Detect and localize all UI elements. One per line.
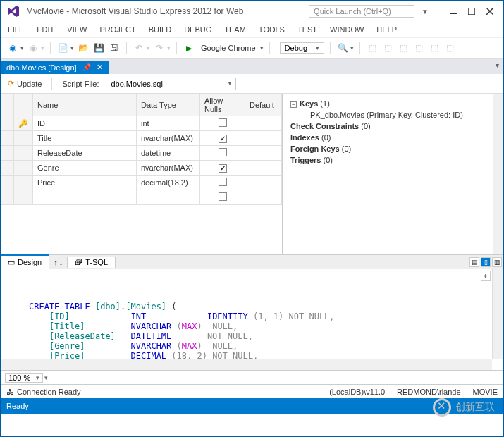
menu-test[interactable]: TEST [297,25,317,34]
cell-datatype[interactable]: datetime [137,146,200,161]
split-swap-icon[interactable]: ▥ [492,257,502,267]
tb-ghost-5: ⬚ [428,42,441,54]
grid-new-row[interactable] [1,190,282,205]
maximize-button[interactable] [464,5,479,18]
connection-status: Connection Ready [17,388,81,396]
server-cell: (LocalDB)\v11.0 [324,385,391,398]
sql-editor[interactable]: ↕ CREATE TABLE [dbo].[Movies] ( [ID] INT… [1,269,503,370]
cell-name[interactable] [33,190,137,205]
collapse-icon[interactable]: − [290,101,297,108]
split-horizontal-icon[interactable]: ▤ [469,257,479,267]
cell-name[interactable]: ReleaseDate [33,146,137,161]
tab-design[interactable]: ▭Design [1,254,49,269]
grid-row[interactable]: Price decimal(18,2) [1,176,282,190]
prop-scrollbar[interactable] [493,94,503,254]
titlebar-chevron-down-icon[interactable]: ▼ [422,8,429,16]
cell-default[interactable] [245,161,282,176]
tab-split-arrows[interactable]: ↑↓ [49,257,68,268]
sql-vscrollbar[interactable] [492,269,503,359]
tab-tsql[interactable]: 🗊T-SQL [68,257,116,268]
menu-view[interactable]: VIEW [67,25,87,34]
grid-row[interactable]: ReleaseDate datetime [1,146,282,161]
update-button[interactable]: ⟳ Update [8,79,42,88]
nulls-checkbox[interactable] [219,192,227,201]
col-default-header[interactable]: Default [245,94,282,116]
cell-name[interactable]: Price [33,176,137,190]
browser-drop[interactable]: ▾ [260,44,264,51]
sql-hscrollbar[interactable] [1,359,492,370]
new-file-icon[interactable]: 📄 [56,42,69,54]
find-drop[interactable]: ▾ [350,44,354,51]
prop-pk-entry[interactable]: PK_dbo.Movies (Primary Key, Clustered: I… [310,109,496,121]
menu-project[interactable]: PROJECT [99,25,135,34]
menu-tools[interactable]: TOOLS [259,25,285,34]
menu-help[interactable]: HELP [376,25,397,34]
sql-collapse-icon[interactable]: ↕ [481,271,491,281]
cell-datatype[interactable] [137,190,200,205]
close-tab-icon[interactable]: ✕ [97,63,103,72]
nav-back-drop[interactable]: ▾ [20,44,24,51]
col-datatype-header[interactable]: Data Type [137,94,200,116]
pin-icon[interactable]: 📌 [82,63,91,71]
nulls-checkbox[interactable] [219,178,227,186]
script-file-dropdown-icon[interactable]: ▾ [228,80,231,87]
cell-default[interactable] [245,190,282,205]
cell-datatype[interactable]: nvarchar(MAX) [137,131,200,146]
cell-datatype[interactable]: int [137,116,200,131]
config-selector[interactable]: Debug▾ [280,42,324,54]
ide-status-text: Ready [6,402,29,410]
cell-default[interactable] [245,116,282,131]
grid-row[interactable]: Genre nvarchar(MAX) ✔ [1,161,282,176]
zoom-overflow-icon[interactable]: ▾ [44,374,48,381]
menu-team[interactable]: TEAM [224,25,246,34]
save-icon[interactable]: 💾 [92,42,105,54]
script-file-field[interactable]: dbo.Movies.sql ▾ [106,78,236,90]
doc-tabs-overflow-icon[interactable]: ▾ [496,61,499,69]
zoom-selector[interactable]: 100 %▾ [5,373,43,383]
nulls-checkbox[interactable] [219,148,227,156]
cell-name[interactable]: Title [33,131,137,146]
grid-row[interactable]: 🔑 ID int [1,116,282,131]
cell-datatype[interactable]: nvarchar(MAX) [137,161,200,176]
minimize-button[interactable] [445,5,461,18]
cell-default[interactable] [245,176,282,190]
menu-debug[interactable]: DEBUG [184,25,211,34]
grid-header-row: Name Data Type Allow Nulls Default [1,94,282,116]
find-icon[interactable]: 🔍 [336,42,349,54]
cell-default[interactable] [245,131,282,146]
doc-tab-movies-design[interactable]: dbo.Movies [Design] 📌 ✕ [1,61,109,74]
prop-checks[interactable]: Check Constraints (0) [290,121,496,132]
open-icon[interactable]: 📂 [77,42,90,54]
prop-fks[interactable]: Foreign Keys (0) [290,143,496,154]
svg-rect-1 [468,8,475,15]
nulls-checkbox[interactable]: ✔ [219,164,227,173]
cell-default[interactable] [245,146,282,161]
grid-row[interactable]: Title nvarchar(MAX) ✔ [1,131,282,146]
main-toolbar: ◉ ▾ ◉ ▾ 📄 ▾ 📂 💾 🖫 ↶ ▾ ↷ ▾ ▶ Google Chrom… [1,37,503,59]
nulls-checkbox[interactable] [219,118,227,127]
menu-edit[interactable]: EDIT [37,25,54,34]
nav-back-icon[interactable]: ◉ [6,42,19,54]
split-vertical-icon[interactable]: ▯ [481,257,491,267]
prop-keys[interactable]: −Keys (1) [290,98,496,109]
quick-launch-input[interactable]: Quick Launch (Ctrl+Q) [309,5,414,18]
menu-bar: FILE EDIT VIEW PROJECT BUILD DEBUG TEAM … [1,22,503,37]
new-file-drop[interactable]: ▾ [70,44,74,51]
col-name-header[interactable]: Name [33,94,137,116]
cell-datatype[interactable]: decimal(18,2) [137,176,200,190]
browser-selector[interactable]: Google Chrome [198,44,259,52]
menu-window[interactable]: WINDOW [330,25,364,34]
menu-file[interactable]: FILE [8,25,24,34]
nulls-checkbox[interactable]: ✔ [219,135,227,143]
prop-triggers[interactable]: Triggers (0) [290,154,496,166]
close-button[interactable] [482,5,498,18]
cell-name[interactable]: Genre [33,161,137,176]
prop-indexes[interactable]: Indexes (0) [290,132,496,143]
col-nulls-header[interactable]: Allow Nulls [200,94,245,116]
cell-name[interactable]: ID [33,116,137,131]
designer-toolbar: ⟳ Update Script File: dbo.Movies.sql ▾ [1,74,503,94]
save-all-icon[interactable]: 🖫 [108,42,121,54]
start-debug-icon[interactable]: ▶ [183,42,195,54]
menu-build[interactable]: BUILD [149,25,171,34]
user-cell: REDMOND\riande [391,385,467,398]
